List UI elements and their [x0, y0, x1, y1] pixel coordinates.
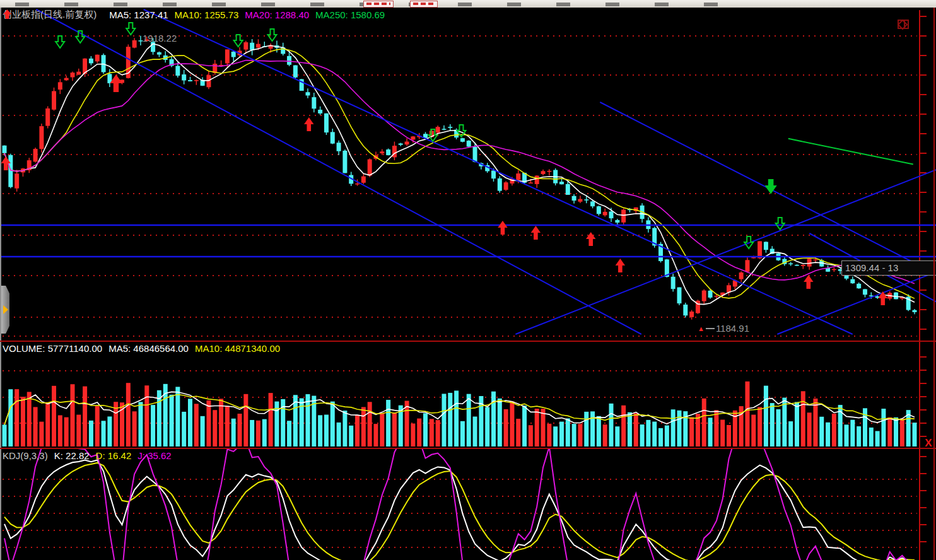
ma250-value: MA250: 1580.69: [315, 9, 385, 20]
close-indicator-button[interactable]: X: [921, 438, 935, 449]
kdj-panel: KDJ(9,3,3) K: 22.82 D: 16.42 J: 35.62: [0, 449, 936, 560]
stock-trading-app: 创业板指(日线.前复权) MA5: 1237.41 MA10: 1255.73 …: [0, 0, 936, 560]
volume-header: VOLUME: 57771140.00 MA5: 46846564.00 MA1…: [3, 343, 280, 354]
chart-header: 创业板指(日线.前复权) MA5: 1237.41 MA10: 1255.73 …: [3, 9, 385, 21]
kdj-k-value: K: 22.82: [54, 450, 90, 461]
menu-hot-button-1[interactable]: [363, 1, 394, 8]
volume-panel: VOLUME: 57771140.00 MA5: 46846564.00 MA1…: [0, 342, 936, 448]
volume-value: VOLUME: 57771140.00: [3, 343, 102, 354]
volume-ma5-value: MA5: 46846564.00: [108, 343, 189, 354]
kdj-name: KDJ(9,3,3): [3, 450, 48, 461]
sidebar-collapse-handle[interactable]: [1, 286, 9, 334]
panel-divider-1: [0, 341, 936, 342]
trendline-tooltip: 1309.44 - 13: [841, 260, 936, 276]
main-chart-panel: 创业板指(日线.前复权) MA5: 1237.41 MA10: 1255.73 …: [0, 8, 936, 341]
ma5-value: MA5: 1237.41: [109, 9, 168, 20]
right-frame-border: [933, 8, 935, 560]
ma10-value: MA10: 1255.73: [175, 9, 239, 20]
low-marker-triangle: ▲: [698, 325, 705, 332]
panel-divider-2: [0, 448, 936, 449]
low-price-label: ▲1184.91: [698, 323, 749, 334]
candlestick-chart[interactable]: [1, 8, 936, 341]
kdj-chart[interactable]: [1, 449, 936, 560]
kdj-header: KDJ(9,3,3) K: 22.82 D: 16.42 J: 35.62: [3, 450, 172, 461]
low-marker-dash: [706, 328, 715, 329]
symbol-title: 创业板指(日线.前复权): [3, 9, 97, 21]
menu-hot-button-2[interactable]: [410, 1, 438, 8]
volume-ma10-value: MA10: 44871340.00: [195, 343, 280, 354]
volume-chart[interactable]: [1, 342, 936, 448]
high-price-label: 1918.22: [143, 33, 177, 44]
kdj-j-value: J: 35.62: [137, 450, 171, 461]
ma20-value: MA20: 1288.40: [245, 9, 309, 20]
kdj-d-value: D: 16.42: [96, 450, 132, 461]
